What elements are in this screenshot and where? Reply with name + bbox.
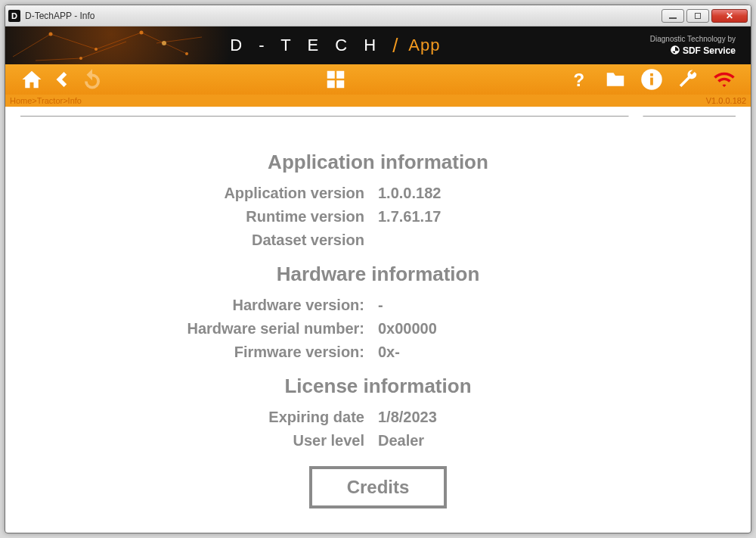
svg-rect-20 — [650, 73, 653, 76]
brand-service: SDF Service — [650, 45, 736, 58]
service-swirl-icon — [670, 45, 680, 55]
row-runtime-version: Runtime version 1.7.61.17 — [28, 208, 728, 225]
value: 1.0.0.182 — [378, 185, 575, 202]
section-title-application: Application information — [28, 151, 728, 174]
value: - — [378, 297, 575, 314]
help-icon: ? — [569, 70, 589, 89]
apps-grid-button[interactable] — [323, 67, 349, 92]
breadcrumb[interactable]: Home>Tractor>Info — [10, 96, 82, 105]
folder-button[interactable] — [603, 67, 628, 92]
svg-line-4 — [36, 58, 81, 61]
brand-tagline: Diagnostic Technology by — [650, 34, 736, 45]
label: Dataset version — [181, 232, 378, 249]
row-hardware-serial: Hardware serial number: 0x00000 — [28, 320, 728, 337]
brand-slash: / — [392, 34, 398, 58]
label: Firmware version: — [181, 344, 378, 361]
brand-right: Diagnostic Technology by SDF Service — [650, 34, 736, 58]
row-firmware-version: Firmware version: 0x- — [28, 344, 728, 361]
folder-icon — [604, 68, 627, 91]
svg-rect-13 — [327, 71, 335, 79]
app-window: D D-TechAPP - Info ✕ D - T E C H / App — [5, 5, 751, 533]
window-titlebar: D D-TechAPP - Info ✕ — [5, 5, 751, 26]
value: 1/8/2023 — [378, 409, 575, 426]
app-version-label: V1.0.0.182 — [706, 96, 746, 105]
caret-up-icon — [627, 109, 645, 118]
svg-line-1 — [51, 34, 96, 49]
window-title: D-TechAPP - Info — [25, 11, 662, 21]
value: Dealer — [378, 432, 575, 449]
info-content: Application information Application vers… — [5, 129, 751, 533]
value: 0x00000 — [378, 320, 575, 337]
row-application-version: Application version 1.0.0.182 — [28, 185, 728, 202]
arrow-left-icon — [51, 68, 73, 91]
breadcrumb-bar: Home>Tractor>Info V1.0.0.182 — [5, 95, 751, 107]
minimize-button[interactable] — [662, 9, 684, 23]
close-button[interactable]: ✕ — [711, 9, 748, 23]
home-button[interactable] — [19, 67, 45, 92]
refresh-icon — [81, 68, 104, 91]
section-title-hardware: Hardware information — [28, 263, 728, 286]
svg-point-11 — [79, 57, 82, 60]
wifi-status[interactable] — [711, 67, 737, 92]
label: Hardware version: — [181, 297, 378, 314]
network-decor — [5, 26, 232, 64]
settings-button[interactable] — [675, 67, 701, 92]
back-button[interactable] — [49, 67, 75, 92]
value — [378, 232, 575, 249]
value: 0x- — [378, 344, 575, 361]
info-button[interactable] — [639, 67, 665, 92]
row-user-level: User level Dealer — [28, 432, 728, 449]
svg-rect-16 — [336, 80, 344, 88]
value: 1.7.61.17 — [378, 208, 575, 225]
svg-line-0 — [13, 34, 51, 57]
row-hardware-version: Hardware version: - — [28, 297, 728, 314]
svg-point-12 — [162, 41, 166, 45]
main-toolbar: ? — [5, 64, 751, 95]
svg-point-10 — [185, 52, 188, 55]
credits-button[interactable]: Credits — [309, 466, 448, 508]
section-divider — [20, 116, 736, 129]
label: Expiring date — [181, 409, 378, 426]
app-icon: D — [8, 10, 20, 22]
svg-point-7 — [49, 33, 53, 36]
label: Application version — [181, 185, 378, 202]
svg-rect-19 — [650, 78, 653, 86]
maximize-button[interactable] — [686, 9, 709, 23]
wrench-icon — [677, 68, 699, 91]
row-expiring-date: Expiring date 1/8/2023 — [28, 409, 728, 426]
apps-grid-icon — [324, 68, 347, 91]
brand-header: D - T E C H / App Diagnostic Technology … — [5, 26, 751, 64]
window-controls: ✕ — [662, 9, 748, 23]
wifi-icon — [713, 68, 736, 91]
svg-text:?: ? — [573, 70, 584, 89]
row-dataset-version: Dataset version — [28, 232, 728, 249]
label: Hardware serial number: — [181, 320, 378, 337]
svg-line-2 — [96, 33, 141, 49]
section-title-license: License information — [28, 375, 728, 398]
svg-rect-15 — [327, 80, 335, 88]
label: User level — [181, 432, 378, 449]
info-icon — [640, 68, 663, 91]
refresh-button[interactable] — [79, 67, 105, 92]
svg-point-8 — [94, 48, 98, 51]
svg-rect-14 — [336, 71, 344, 79]
home-icon — [20, 68, 43, 91]
brand-logo-text: D - T E C H — [230, 36, 382, 55]
svg-line-5 — [81, 42, 126, 58]
label: Runtime version — [181, 208, 378, 225]
brand-app-word: App — [408, 36, 440, 55]
svg-point-9 — [140, 31, 144, 35]
help-button[interactable]: ? — [566, 67, 592, 92]
